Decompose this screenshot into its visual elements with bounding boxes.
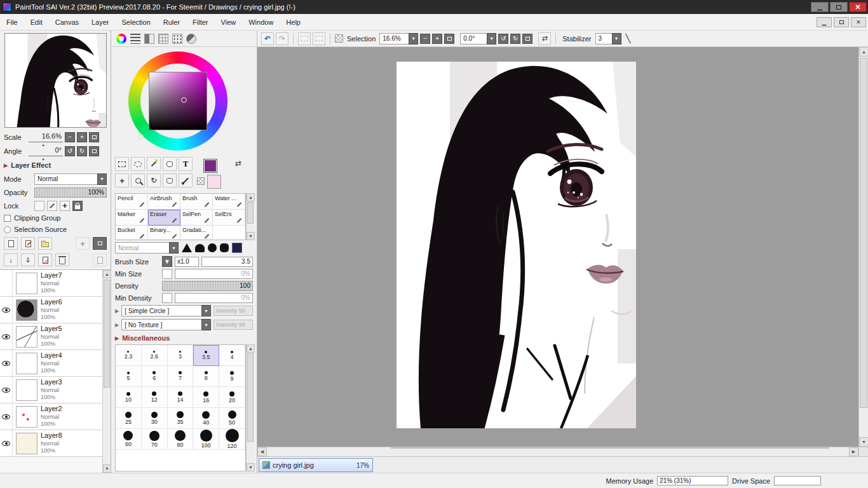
brush-size-7[interactable]: 7 xyxy=(168,366,194,387)
brush-size-10[interactable]: 10 xyxy=(116,387,142,408)
rotate-cw-button[interactable]: ↻ xyxy=(77,146,87,156)
texture-intensity-box[interactable]: Intensity 95 xyxy=(214,320,253,330)
minimize-button[interactable]: ▁ xyxy=(811,2,829,12)
tool-gradati[interactable]: Gradati... xyxy=(180,226,213,240)
tool-airbrush[interactable]: AirBrush xyxy=(148,194,180,210)
transform-tool[interactable] xyxy=(163,157,177,171)
tool-eraser[interactable]: Eraser xyxy=(148,210,180,226)
brush-size-2-3[interactable]: 2.3 xyxy=(116,345,142,366)
brush-size-20[interactable]: 20 xyxy=(219,387,245,408)
min-density-slider[interactable]: 0% xyxy=(175,293,253,303)
scrollbar-track[interactable] xyxy=(247,353,254,463)
brush-size-14[interactable]: 14 xyxy=(168,387,194,408)
tool-brush[interactable]: Brush xyxy=(180,194,213,210)
layer-visibility-toggle[interactable] xyxy=(0,377,13,403)
zoom-in-button[interactable]: + xyxy=(432,34,442,44)
menu-item-ruler[interactable]: Ruler xyxy=(157,14,186,30)
navigator-thumbnail[interactable] xyxy=(4,33,107,128)
text-tool[interactable]: T xyxy=(179,157,193,171)
sv-marker-icon[interactable] xyxy=(181,97,187,103)
invert-selection-button[interactable] xyxy=(313,32,325,45)
tool-pencil[interactable]: Pencil xyxy=(116,194,148,210)
redo-button[interactable]: ↷ xyxy=(276,32,288,45)
brush-size-4[interactable]: 4 xyxy=(219,345,245,366)
brush-size-unit-drop[interactable]: ▼ xyxy=(162,256,172,267)
brush-edge-select[interactable]: Normal ▼ xyxy=(115,242,179,254)
layer-list-scrollbar[interactable]: ▲ ▼ xyxy=(102,270,111,473)
magic-wand-tool[interactable] xyxy=(147,157,161,171)
scrollbar-thumb[interactable] xyxy=(247,202,254,224)
angle-reset-button[interactable] xyxy=(89,146,99,156)
transparent-color-swatch[interactable] xyxy=(197,177,205,185)
layer-visibility-toggle[interactable] xyxy=(0,270,13,296)
scroll-down-icon[interactable]: ▼ xyxy=(103,464,111,473)
clipping-group-checkbox[interactable] xyxy=(4,215,11,222)
menu-item-filter[interactable]: Filter xyxy=(186,14,214,30)
layer-visibility-toggle[interactable] xyxy=(0,350,13,376)
transform-layer-button[interactable]: + xyxy=(76,237,90,250)
zoom-out-button[interactable]: − xyxy=(65,132,75,142)
brush-shape-selected[interactable] xyxy=(232,243,242,253)
scale-value-slider[interactable]: 16.6% xyxy=(29,132,63,142)
scroll-up-icon[interactable]: ▲ xyxy=(247,344,255,353)
menu-item-file[interactable]: File xyxy=(0,14,24,30)
brush-size-3-5[interactable]: 3.5 xyxy=(193,345,219,366)
layer-mode-select[interactable]: Normal ▼ xyxy=(34,173,107,185)
tool-water[interactable]: Water ... xyxy=(213,194,245,210)
swap-colors-icon[interactable]: ⇄ xyxy=(235,159,241,168)
zoom-in-button[interactable]: + xyxy=(77,132,87,142)
brush-size-slider[interactable]: 3.5 xyxy=(201,257,253,267)
angle-select[interactable]: 0.0° ▼ xyxy=(460,33,496,44)
menu-item-view[interactable]: View xyxy=(215,14,243,30)
angle-reset-button[interactable] xyxy=(522,34,532,44)
layer-row-layer8[interactable]: Layer8Normal100% xyxy=(0,430,102,457)
canvas-vertical-scrollbar[interactable]: ▲ ▼ xyxy=(858,47,868,447)
move-tool[interactable]: + xyxy=(115,173,129,187)
flip-horizontal-button[interactable]: ⇄ xyxy=(538,32,551,45)
swatches-tab-icon[interactable] xyxy=(158,34,168,44)
color-mixer-tab-icon[interactable] xyxy=(144,34,154,44)
zoom-select[interactable]: 16.6% ▼ xyxy=(379,33,418,44)
scroll-up-icon[interactable]: ▲ xyxy=(247,193,255,201)
scrollbar-thumb[interactable] xyxy=(391,447,829,449)
miscellaneous-header[interactable]: ▶ Miscellaneous xyxy=(111,332,257,344)
layer-row-layer3[interactable]: Layer3Normal100% xyxy=(0,377,102,403)
new-linework-layer-button[interactable] xyxy=(21,237,35,250)
tool-selers[interactable]: SelErs xyxy=(213,210,245,226)
brush-shape-round[interactable] xyxy=(208,243,217,252)
color-sliders-tab-icon[interactable] xyxy=(130,34,140,44)
lock-alpha-button[interactable] xyxy=(34,201,44,211)
secondary-color-swatch[interactable] xyxy=(207,175,221,189)
scroll-up-icon[interactable]: ▲ xyxy=(103,270,111,278)
layer-mask-button[interactable] xyxy=(93,237,107,250)
undo-button[interactable]: ↶ xyxy=(261,32,274,45)
lock-all-button[interactable] xyxy=(72,201,83,211)
layer-row-layer4[interactable]: Layer4Normal100% xyxy=(0,350,102,377)
brush-texture-select[interactable]: [ No Texture ] ▼ xyxy=(121,319,211,330)
scrollbar-track[interactable] xyxy=(103,278,111,464)
brush-size-120[interactable]: 120 xyxy=(219,429,245,450)
brush-size-25[interactable]: 25 xyxy=(116,408,142,429)
canvas-horizontal-scrollbar[interactable]: ◀ ▶ xyxy=(257,447,868,456)
lasso-tool[interactable] xyxy=(131,157,145,171)
shape-intensity-box[interactable]: Intensity 50 xyxy=(214,306,253,316)
brush-shape-pointed[interactable] xyxy=(182,243,192,252)
brush-size-30[interactable]: 30 xyxy=(142,408,168,429)
min-size-slider[interactable]: 0% xyxy=(175,269,253,279)
brush-size-scrollbar[interactable]: ▲ ▼ xyxy=(246,344,254,471)
selection-source-radio[interactable] xyxy=(4,226,11,233)
scrollbar-thumb[interactable] xyxy=(247,353,254,442)
rect-select-tool[interactable] xyxy=(115,157,129,171)
zoom-tool[interactable] xyxy=(131,173,145,187)
scroll-up-icon[interactable]: ▲ xyxy=(859,47,868,57)
brush-size-35[interactable]: 35 xyxy=(168,408,194,429)
maximize-button[interactable] xyxy=(830,2,848,12)
scratchpad-tab-icon[interactable] xyxy=(186,34,196,44)
scroll-right-icon[interactable]: ▶ xyxy=(849,447,858,456)
tool-selpen[interactable]: SelPen xyxy=(180,210,213,226)
menu-item-help[interactable]: Help xyxy=(280,14,307,30)
zoom-reset-button[interactable] xyxy=(444,34,454,44)
menu-item-edit[interactable]: Edit xyxy=(24,14,49,30)
zoom-out-button[interactable]: − xyxy=(420,34,430,44)
brush-size-3[interactable]: 3 xyxy=(168,345,194,366)
